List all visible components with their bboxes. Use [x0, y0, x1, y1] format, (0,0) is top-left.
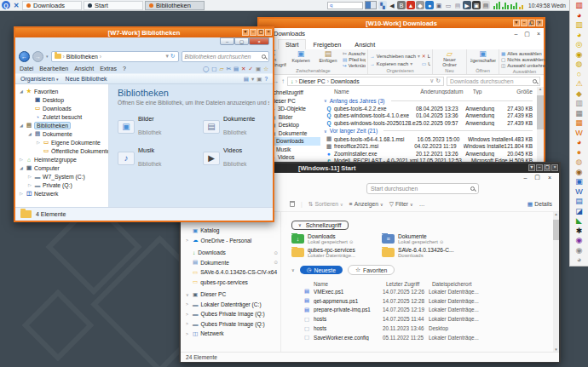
ribbon-tab[interactable]: Freigeben	[306, 40, 348, 49]
view-button[interactable]: ≡ Anzeigen ∨	[349, 201, 383, 207]
recent-file-row[interactable]: ▤ VMExec.ps1 14.07.2025 12:26 Lokaler Da…	[291, 287, 551, 296]
tree-item[interactable]: ▣ Desktop	[15, 95, 108, 104]
tray-icon[interactable]: ▤	[481, 1, 490, 9]
menu-item[interactable]: ?	[123, 66, 126, 72]
column-header[interactable]: Letzter Zugriff	[386, 281, 432, 287]
qube-app-icon[interactable]: ◕	[573, 138, 586, 148]
nav-item[interactable]: ▭ qubes-rpc-services	[181, 278, 280, 288]
chevron-icon[interactable]: >	[186, 301, 190, 307]
maximize-button[interactable]: ▢	[534, 174, 540, 181]
tree-item[interactable]: ▷ ⌂ Heimnetzgruppe	[15, 155, 108, 163]
frame-button[interactable]: ▾	[513, 20, 520, 26]
chevron-icon[interactable]: ∨	[186, 292, 190, 297]
column-header[interactable]: Änderungsdatum	[420, 89, 473, 95]
w10-caption-bar[interactable]: Downloads – ▢ ×	[259, 28, 544, 39]
scroll-up-icon[interactable]: ▲	[539, 87, 542, 91]
ribbon-big-button[interactable]: ▣ Eigenschaften	[470, 50, 496, 67]
tray-icon[interactable]: ▚	[378, 1, 387, 9]
tree-item[interactable]: ◢ ★ Favoriten	[15, 87, 108, 95]
forward-button[interactable]: →	[32, 51, 43, 62]
scroll-up-icon[interactable]: ▲	[554, 212, 557, 216]
chevron-down-icon[interactable]: ∨	[324, 98, 327, 103]
tray-icon[interactable]: ▶	[463, 1, 471, 9]
ribbon-big-button[interactable]: ▣ Kopieren	[288, 50, 314, 67]
twisty-icon[interactable]: ▷	[36, 140, 41, 145]
recent-file-row[interactable]: ▤ prepare-private-img.ps1 14.07.2025 12:…	[291, 306, 551, 315]
toolbar-icon[interactable]: ▣	[256, 66, 261, 72]
file-row[interactable]: Q qubes-windows-tools-20250128.exe 25.02…	[320, 119, 536, 127]
ribbon-small-button[interactable]: ▢ Nichts auswählen	[501, 57, 548, 62]
chevron-down-icon[interactable]: ∨	[298, 222, 302, 227]
maximize-button[interactable]: ▢	[234, 37, 249, 45]
recent-file-row[interactable]: ▤ get-appmenus.ps1 14.07.2025 12:28 Loka…	[291, 296, 551, 306]
nav-item[interactable]: > ▬ Qubes Private Image (Q:)	[181, 309, 280, 319]
tree-item[interactable]: ◢ ▣ Computer	[15, 163, 108, 172]
w7-window[interactable]: [W7-Work] Bibliotheken ▾–▢× – ▢ × ← → ▾ …	[14, 26, 274, 222]
tray-icon[interactable]: ▣	[435, 1, 443, 9]
frame-button[interactable]: ▢	[544, 164, 551, 171]
tree-item[interactable]: ▭ Downloads	[15, 104, 108, 112]
search-input[interactable]: Start durchsuchen	[366, 183, 479, 194]
qube-app-icon[interactable]: ●	[573, 148, 586, 158]
ribbon-small-button[interactable]: ▤ Pfad kopieren	[343, 57, 366, 62]
qube-app-icon[interactable]: ○	[573, 70, 586, 80]
qube-app-icon[interactable]: ◣	[573, 216, 586, 227]
menu-item[interactable]: Datei	[20, 66, 33, 72]
library-item[interactable]: ▤ Dokumente Bibliothek	[203, 115, 273, 138]
ribbon-tab[interactable]: Ansicht	[348, 40, 382, 49]
w7-frame-titlebar[interactable]: [W7-Work] Bibliotheken ▾–▢×	[15, 28, 273, 37]
toolbar-icon[interactable]: ?	[264, 76, 268, 83]
close-button[interactable]: ×	[537, 31, 540, 37]
scrollbar[interactable]: ▲ ▼	[553, 212, 559, 352]
quick-access-tile[interactable]: ≡ Dokumente Lokal gespeichert ⊙	[382, 233, 469, 244]
twisty-icon[interactable]: ◢	[19, 89, 24, 94]
column-header[interactable]: Name	[332, 89, 420, 95]
ribbon-small-button[interactable]: ✄ Ausschneiden	[343, 51, 366, 56]
qube-app-icon[interactable]: ◆	[573, 89, 586, 100]
qube-app-icon[interactable]: ▥	[573, 20, 586, 31]
qube-app-icon[interactable]: ◍	[573, 60, 586, 70]
toolbar-icon[interactable]: ✓	[249, 66, 253, 72]
taskbar-search-box[interactable]: q	[327, 2, 363, 9]
tray-icon[interactable]: B	[397, 1, 406, 9]
qube-app-icon[interactable]: ◪	[573, 207, 586, 217]
toolbar-icon[interactable]: ▢	[211, 66, 216, 72]
twisty-icon[interactable]: ◢	[19, 123, 24, 128]
tab-favoriten[interactable]: ☆ Favoriten	[348, 265, 395, 275]
chevron-icon[interactable]: >	[186, 312, 190, 317]
qube-app-icon[interactable]: ▤	[573, 197, 586, 207]
toolbar-icon[interactable]: ▤	[233, 66, 239, 72]
breadcrumb-item[interactable]: Dieser PC	[299, 78, 326, 84]
ribbon-small-button[interactable]: ▦ Alles auswählen	[501, 51, 548, 56]
tray-icon[interactable]: ▲	[406, 1, 415, 9]
quick-access-tile[interactable]: qubes-rpc-services Lokaler Datenträge...	[291, 247, 378, 258]
ribbon-collapse-icon[interactable]: ∧	[528, 20, 533, 27]
minimize-button[interactable]: –	[514, 31, 517, 37]
qube-app-icon[interactable]: ◉	[573, 246, 586, 256]
taskbar-task-button[interactable]: Start	[84, 1, 143, 10]
file-row[interactable]: ▦ qubes-tools-x64-4.1.68.1.msi 16.05.202…	[320, 135, 536, 143]
nav-item[interactable]: ▤ Dokumente ⊙	[181, 258, 280, 268]
organize-button[interactable]: Organisieren ▾	[20, 76, 59, 82]
frame-button[interactable]: ▾	[528, 164, 535, 171]
sort-button[interactable]: ⇅ Sortieren ∨	[308, 201, 343, 208]
tree-item[interactable]: ◢ ▤ Dokumente	[15, 129, 108, 138]
toolbar-icon[interactable]: ▣	[257, 76, 262, 83]
toolbar-icon[interactable]: ◯	[203, 66, 209, 72]
column-header[interactable]: Typ	[473, 89, 517, 95]
qube-app-icon[interactable]: ◎	[573, 40, 586, 50]
breadcrumb-item[interactable]: Bibliotheken	[66, 54, 98, 60]
chevron-down-icon[interactable]: ∨	[429, 77, 434, 84]
maximize-button[interactable]: ▢	[524, 31, 530, 37]
tab-neueste[interactable]: ◷ Neueste	[300, 266, 343, 274]
w10-frame-titlebar[interactable]: [W10-Work] Downloads ▾–▢×	[259, 19, 544, 28]
nav-item[interactable]: > ▬ Qubes Private Image (Q:)	[181, 319, 280, 330]
clock[interactable]: 10:49:58 Wedn	[528, 3, 566, 9]
refresh-icon[interactable]: ↻	[170, 53, 176, 60]
breadcrumb-item[interactable]: Downloads	[331, 78, 360, 84]
frame-button[interactable]: ×	[551, 164, 558, 171]
back-button[interactable]: ←	[19, 51, 30, 62]
chevron-down-icon[interactable]: ∨	[324, 129, 327, 134]
nav-item[interactable]: ∨ ▣ Dieser PC	[181, 290, 280, 300]
frame-button[interactable]: –	[536, 164, 543, 171]
